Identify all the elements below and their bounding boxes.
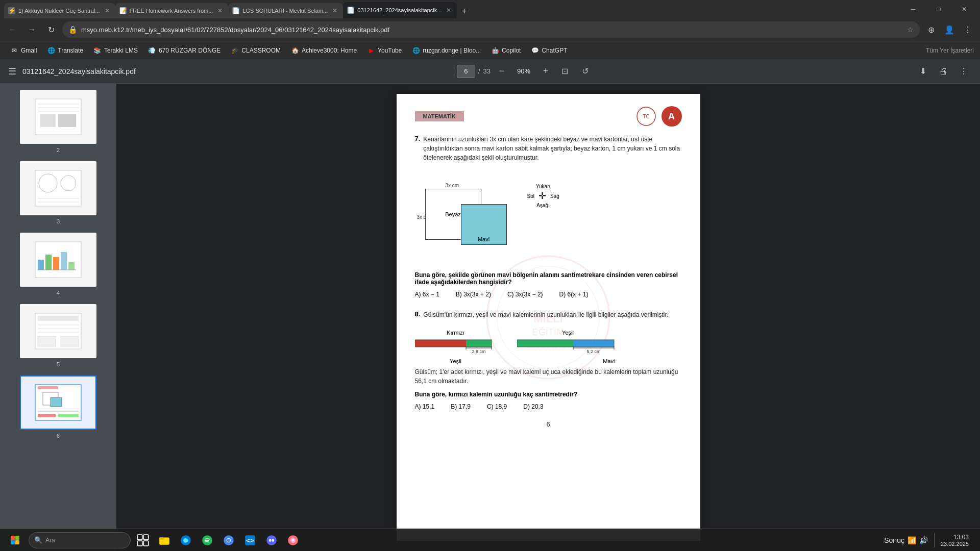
- close-button[interactable]: ✕: [952, 1, 976, 17]
- q7-blue-square: Mavi: [461, 204, 507, 245]
- pdf-filename: 03121642_2024sayisalakitapcik.pdf: [22, 67, 136, 76]
- q8-choice-b: B) 17,9: [451, 403, 471, 410]
- download-button[interactable]: ⬇: [915, 63, 931, 80]
- taskbar-edge[interactable]: [176, 530, 196, 550]
- taskbar-explorer[interactable]: [154, 530, 175, 550]
- tab-akkuyu[interactable]: ⚡ 1) Akkuyu Nükleer Güç Santral... ✕: [4, 3, 115, 18]
- taskbar-search[interactable]: 🔍 Ara: [29, 532, 131, 548]
- rotate-button[interactable]: ↺: [577, 63, 594, 80]
- print-button[interactable]: 🖨: [935, 63, 951, 80]
- svg-rect-26: [38, 386, 58, 389]
- svg-rect-4: [40, 114, 56, 127]
- pdf-header: MATEMATİK TC A: [415, 106, 682, 127]
- bookmark-ruzgar-blog[interactable]: 🌐 ruzgar.donge | Bloo...: [408, 43, 485, 58]
- q7-dim-top: 3x cm: [446, 183, 459, 188]
- thumbnail-6[interactable]: 6: [20, 375, 96, 439]
- thumbnail-3[interactable]: 3: [20, 161, 96, 224]
- q8-choice-d: D) 20,3: [523, 403, 543, 410]
- tab4-close[interactable]: ✕: [445, 6, 453, 14]
- bookmarks-bar: ✉ Gmail 🌐 Translate 📚 Terakki LMS 💨 670 …: [0, 41, 980, 59]
- nav-bar: ← → ↻ 🔒 msyo.meb.k12.tr/meb_iys_dosyalar…: [0, 18, 980, 41]
- menu-icon[interactable]: ⋮: [960, 21, 976, 38]
- all-bookmarks-label[interactable]: Tüm Yer İşaretleri: [926, 47, 974, 54]
- bookmark-translate[interactable]: 🌐 Translate: [43, 43, 87, 58]
- bookmark-ruzgar-label: 670 RÜZGAR DÖNGE: [159, 47, 220, 54]
- page-number-input[interactable]: 6: [457, 65, 475, 78]
- dir-middle-row: Sol ✛ Sağ: [527, 190, 559, 202]
- lock-icon: 🔒: [68, 26, 77, 34]
- discord-icon: [265, 534, 278, 546]
- reload-button[interactable]: ↻: [43, 21, 59, 38]
- maximize-button[interactable]: □: [927, 1, 950, 17]
- forward-button[interactable]: →: [23, 21, 40, 38]
- svg-text:EĞİTİM: EĞİTİM: [532, 327, 564, 337]
- thumb-num-5: 5: [57, 361, 60, 367]
- ruzgar-icon: 💨: [148, 46, 156, 55]
- pdf-page: MİLLİ EĞİTİM BAKANLIĞI MATEMATİK TC: [397, 94, 700, 541]
- tab2-close[interactable]: ✕: [216, 7, 224, 15]
- taskbar-chrome[interactable]: [218, 530, 239, 550]
- tab-pdf-active[interactable]: 📄 03121642_2024sayisalakitapcik... ✕: [343, 2, 457, 18]
- bookmark-achieve[interactable]: 🏠 Achieve3000: Home: [287, 43, 361, 58]
- bookmark-gmail-label: Gmail: [21, 47, 37, 54]
- network-icon[interactable]: 📶: [908, 536, 916, 544]
- bookmark-classroom[interactable]: 🎓 CLASSROOM: [227, 43, 285, 58]
- address-bar[interactable]: 🔒 msyo.meb.k12.tr/meb_iys_dosyalar/61/02…: [62, 21, 920, 38]
- bookmark-copilot[interactable]: 🤖 Copilot: [487, 43, 525, 58]
- bookmark-achieve-label: Achieve3000: Home: [302, 47, 357, 54]
- svg-rect-40: [415, 340, 466, 347]
- svg-rect-32: [58, 414, 79, 417]
- start-button[interactable]: [4, 529, 27, 552]
- sidebar-toggle-button[interactable]: ☰: [8, 66, 16, 77]
- svg-rect-14: [53, 257, 59, 270]
- q8-choice-c: C) 18,9: [487, 403, 507, 410]
- clock[interactable]: 13:03 23.02.2025: [941, 534, 969, 547]
- more-options-button[interactable]: ⋮: [955, 63, 972, 80]
- tab-homework[interactable]: 📝 FREE Homework Answers from... ✕: [115, 3, 229, 18]
- pdf-page-container[interactable]: MİLLİ EĞİTİM BAKANLIĞI MATEMATİK TC: [116, 84, 980, 551]
- subject-badge: MATEMATİK: [415, 111, 464, 121]
- bookmarks-end: Tüm Yer İşaretleri: [926, 47, 974, 54]
- svg-rect-24: [61, 336, 79, 346]
- fit-page-button[interactable]: ⊡: [557, 63, 573, 80]
- bookmark-youtube[interactable]: ▶ YouTube: [363, 43, 406, 58]
- zoom-out-button[interactable]: −: [495, 64, 509, 79]
- tab-lgs[interactable]: 📄 LGS SORULARI - Mevlüt Selam... ✕: [228, 3, 343, 18]
- bookmark-star-icon[interactable]: ☆: [907, 26, 914, 34]
- taskbar-vsc[interactable]: <>: [240, 530, 260, 550]
- volume-icon[interactable]: 🔊: [919, 536, 928, 544]
- zoom-controls: − 90% +: [495, 64, 553, 79]
- thumb-svg-6: [33, 382, 84, 423]
- bookmark-gmail[interactable]: ✉ Gmail: [6, 43, 41, 58]
- thumb-img-2: [20, 90, 96, 144]
- header-right: TC A: [636, 106, 682, 127]
- profile-icon[interactable]: 👤: [941, 21, 958, 38]
- thumb-img-5: [20, 304, 96, 358]
- thumbnail-sidebar: 2 3: [0, 84, 116, 551]
- taskbar-color[interactable]: [283, 530, 303, 550]
- bookmark-terakki[interactable]: 📚 Terakki LMS: [89, 43, 142, 58]
- tab3-close[interactable]: ✕: [331, 7, 339, 15]
- pdf-toolbar: ☰ 03121642_2024sayisalakitapcik.pdf 6 / …: [0, 59, 980, 84]
- thumbnail-5[interactable]: 5: [20, 304, 96, 367]
- svg-text:MİLLİ: MİLLİ: [533, 312, 562, 325]
- thumbnail-4[interactable]: 4: [20, 233, 96, 296]
- minimize-button[interactable]: ─: [901, 1, 925, 17]
- taskbar-spotify[interactable]: [197, 530, 217, 550]
- bookmark-ruzgar[interactable]: 💨 670 RÜZGAR DÖNGE: [144, 43, 225, 58]
- dir-cross-icon: ✛: [538, 190, 546, 202]
- back-button[interactable]: ←: [4, 21, 20, 38]
- tab1-close[interactable]: ✕: [103, 7, 111, 15]
- taskbar-taskview[interactable]: [133, 530, 153, 550]
- window-controls: ─ □ ✕: [901, 1, 976, 17]
- thumb-num-4: 4: [57, 290, 60, 296]
- bookmark-chatgpt[interactable]: 💬 ChatGPT: [527, 43, 571, 58]
- windows-logo-icon: [11, 536, 20, 545]
- svg-rect-47: [517, 340, 573, 347]
- new-tab-button[interactable]: +: [457, 4, 471, 18]
- taskbar-discord[interactable]: [261, 530, 282, 550]
- thumbnail-2[interactable]: 2: [20, 90, 96, 153]
- subject-area: MATEMATİK: [415, 111, 464, 121]
- extensions-icon[interactable]: ⊕: [923, 21, 939, 38]
- zoom-in-button[interactable]: +: [538, 64, 553, 79]
